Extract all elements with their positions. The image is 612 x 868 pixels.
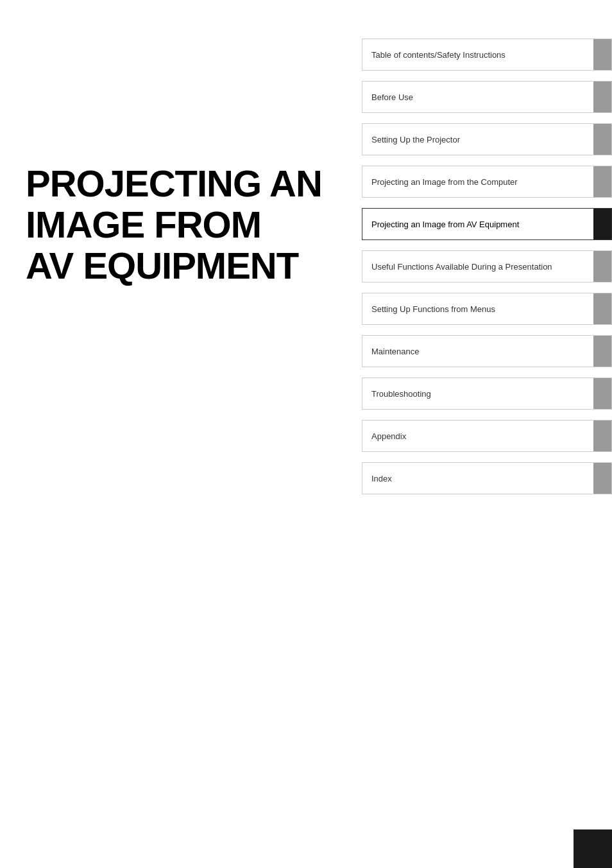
nav-tab xyxy=(593,209,611,239)
nav-item-label: Table of contents/Safety Instructions xyxy=(362,50,593,60)
nav-item-maintenance[interactable]: Maintenance xyxy=(362,335,612,367)
nav-tab xyxy=(593,251,611,282)
nav-tab xyxy=(593,293,611,324)
title-line3: AV EQUIPMENT xyxy=(26,245,322,286)
title-line1: PROJECTING AN xyxy=(26,163,322,204)
nav-tab xyxy=(593,166,611,197)
nav-item-setting-up-projector[interactable]: Setting Up the Projector xyxy=(362,123,612,155)
nav-item-label: Projecting an Image from AV Equipment xyxy=(362,220,593,229)
nav-tab xyxy=(593,421,611,451)
main-title: PROJECTING AN IMAGE FROM AV EQUIPMENT xyxy=(26,163,322,286)
left-section: PROJECTING AN IMAGE FROM AV EQUIPMENT xyxy=(0,0,359,449)
nav-item-before-use[interactable]: Before Use xyxy=(362,81,612,113)
nav-item-table-of-contents[interactable]: Table of contents/Safety Instructions xyxy=(362,39,612,71)
nav-item-projecting-from-av[interactable]: Projecting an Image from AV Equipment xyxy=(362,208,612,240)
nav-item-appendix[interactable]: Appendix xyxy=(362,420,612,452)
nav-item-label: Setting Up the Projector xyxy=(362,135,593,144)
bottom-black-square xyxy=(574,829,612,868)
nav-item-label: Appendix xyxy=(362,431,593,441)
nav-tab xyxy=(593,82,611,112)
page-container: PROJECTING AN IMAGE FROM AV EQUIPMENT Ta… xyxy=(0,0,612,868)
nav-tab xyxy=(593,378,611,409)
nav-item-label: Maintenance xyxy=(362,347,593,356)
nav-item-label: Setting Up Functions from Menus xyxy=(362,304,593,314)
nav-item-setting-up-functions[interactable]: Setting Up Functions from Menus xyxy=(362,293,612,325)
nav-item-label: Index xyxy=(362,474,593,483)
nav-tab xyxy=(593,336,611,367)
nav-item-label: Useful Functions Available During a Pres… xyxy=(362,262,593,272)
nav-item-useful-functions[interactable]: Useful Functions Available During a Pres… xyxy=(362,250,612,282)
nav-item-index[interactable]: Index xyxy=(362,462,612,494)
nav-tab xyxy=(593,124,611,155)
right-nav-section: Table of contents/Safety Instructions Be… xyxy=(362,39,612,505)
nav-item-projecting-from-computer[interactable]: Projecting an Image from the Computer xyxy=(362,166,612,198)
nav-item-label: Projecting an Image from the Computer xyxy=(362,177,593,187)
nav-item-label: Troubleshooting xyxy=(362,389,593,399)
nav-tab xyxy=(593,463,611,494)
title-line2: IMAGE FROM xyxy=(26,204,322,245)
nav-tab xyxy=(593,39,611,70)
nav-item-troubleshooting[interactable]: Troubleshooting xyxy=(362,378,612,410)
nav-item-label: Before Use xyxy=(362,92,593,102)
